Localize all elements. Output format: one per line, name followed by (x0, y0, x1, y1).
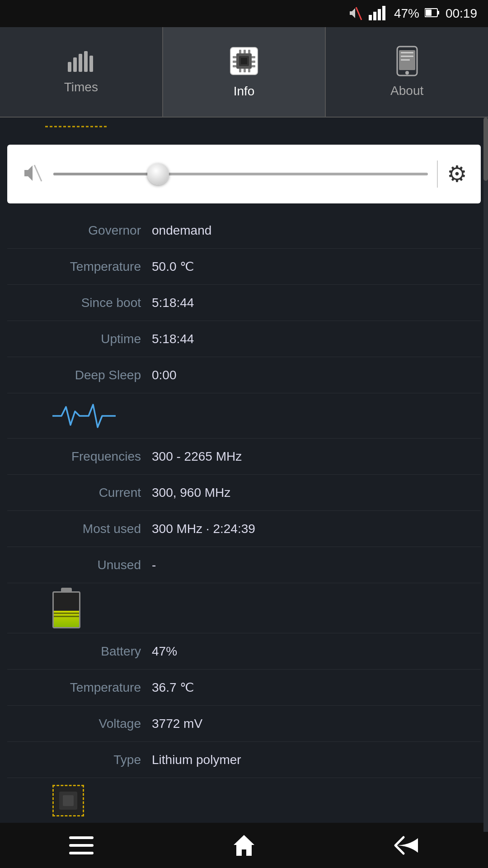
svg-rect-22 (233, 61, 236, 63)
menu-button[interactable] (54, 823, 108, 868)
svg-rect-24 (252, 56, 255, 58)
back-button[interactable] (380, 823, 434, 868)
svg-rect-32 (401, 52, 413, 53)
battery-section (7, 583, 481, 633)
svg-rect-33 (401, 56, 413, 57)
svg-marker-43 (234, 835, 254, 856)
svg-rect-41 (69, 844, 94, 847)
volume-control: ⚙ (7, 145, 481, 203)
bottom-section-icon (7, 778, 481, 823)
most-used-row: Most used 300 MHz · 2:24:39 (7, 511, 481, 547)
temperature1-label: Temperature (7, 259, 152, 274)
current-label: Current (7, 486, 152, 500)
battery-row: Battery 47% (7, 633, 481, 670)
volume-mute-icon (21, 161, 44, 187)
governor-value: ondemand (152, 223, 481, 238)
frequencies-row: Frequencies 300 - 2265 MHz (7, 439, 481, 475)
info-table: Governor ondemand Temperature 50.0 ℃ Sin… (0, 212, 488, 823)
since-boot-row: Since boot 5:18:44 (7, 285, 481, 321)
most-used-value: 300 MHz · 2:24:39 (152, 522, 481, 536)
mute-icon (347, 5, 363, 22)
svg-rect-3 (378, 9, 381, 20)
svg-rect-39 (63, 795, 74, 806)
svg-rect-4 (382, 6, 385, 20)
governor-label: Governor (7, 223, 152, 238)
volume-slider[interactable] (53, 173, 428, 175)
tab-info-label: Info (234, 84, 255, 99)
svg-rect-26 (252, 65, 255, 67)
svg-rect-7 (426, 9, 432, 16)
svg-rect-20 (248, 69, 250, 72)
unused-row: Unused - (7, 547, 481, 583)
tab-about[interactable]: About (326, 27, 488, 117)
temperature1-value: 50.0 ℃ (152, 259, 481, 274)
info-icon (228, 45, 260, 79)
unused-label: Unused (7, 558, 152, 572)
tab-bar: Times (0, 27, 488, 118)
since-boot-label: Since boot (7, 296, 152, 310)
bottom-nav (0, 823, 488, 868)
tab-info[interactable]: Info (163, 27, 325, 117)
tab-times[interactable]: Times (0, 27, 162, 117)
deep-sleep-row: Deep Sleep 0:00 (7, 357, 481, 393)
temperature2-value: 36.7 ℃ (152, 680, 481, 695)
svg-rect-6 (437, 11, 439, 14)
svg-line-36 (34, 165, 42, 181)
type-value: Lithium polymer (152, 753, 481, 767)
most-used-label: Most used (7, 522, 152, 536)
temperature1-row: Temperature 50.0 ℃ (7, 249, 481, 285)
svg-rect-11 (84, 51, 88, 72)
about-icon (394, 46, 421, 78)
vol-divider (437, 160, 438, 188)
cpu-widget-icon (52, 785, 84, 816)
svg-line-0 (356, 7, 361, 20)
home-button[interactable] (217, 823, 271, 868)
temperature2-row: Temperature 36.7 ℃ (7, 670, 481, 706)
battery-status-icon (425, 7, 440, 20)
deep-sleep-value: 0:00 (152, 368, 481, 382)
svg-rect-34 (401, 59, 410, 61)
type-row: Type Lithium polymer (7, 742, 481, 778)
svg-rect-2 (373, 12, 376, 20)
svg-rect-18 (239, 69, 241, 72)
unused-value: - (152, 558, 481, 572)
voltage-row: Voltage 3772 mV (7, 706, 481, 742)
svg-rect-15 (239, 50, 241, 53)
svg-rect-23 (233, 65, 236, 67)
battery-label: Battery (7, 644, 152, 659)
svg-rect-21 (233, 56, 236, 58)
since-boot-value: 5:18:44 (152, 296, 481, 310)
voltage-label: Voltage (7, 717, 152, 731)
svg-rect-40 (69, 836, 94, 839)
svg-rect-1 (369, 15, 372, 20)
svg-rect-25 (252, 61, 255, 63)
tab-about-label: About (390, 84, 423, 98)
uptime-value: 5:18:44 (152, 332, 481, 346)
battery-percent: 47% (394, 6, 419, 21)
settings-icon[interactable]: ⚙ (447, 161, 467, 187)
deep-sleep-label: Deep Sleep (7, 368, 152, 382)
current-row: Current 300, 960 MHz (7, 475, 481, 511)
governor-row: Governor ondemand (7, 212, 481, 249)
svg-rect-28 (241, 58, 247, 64)
svg-rect-10 (79, 54, 82, 72)
tab-times-label: Times (64, 80, 98, 94)
svg-rect-8 (68, 62, 71, 72)
uptime-row: Uptime 5:18:44 (7, 321, 481, 357)
frequencies-value: 300 - 2265 MHz (152, 449, 481, 464)
clock: 00:19 (446, 6, 477, 21)
heartbeat-icon (52, 400, 116, 432)
voltage-value: 3772 mV (152, 717, 481, 731)
svg-rect-9 (73, 57, 77, 72)
svg-rect-19 (244, 69, 246, 72)
current-value: 300, 960 MHz (152, 486, 481, 500)
temperature2-label: Temperature (7, 680, 152, 695)
svg-rect-42 (69, 852, 94, 854)
svg-point-31 (405, 71, 409, 75)
battery-section-icon (52, 588, 80, 628)
signal-icon (369, 5, 389, 22)
svg-rect-16 (244, 50, 246, 53)
status-bar: 47% 00:19 (0, 0, 488, 27)
type-label: Type (7, 753, 152, 767)
heartbeat-section (7, 393, 481, 439)
